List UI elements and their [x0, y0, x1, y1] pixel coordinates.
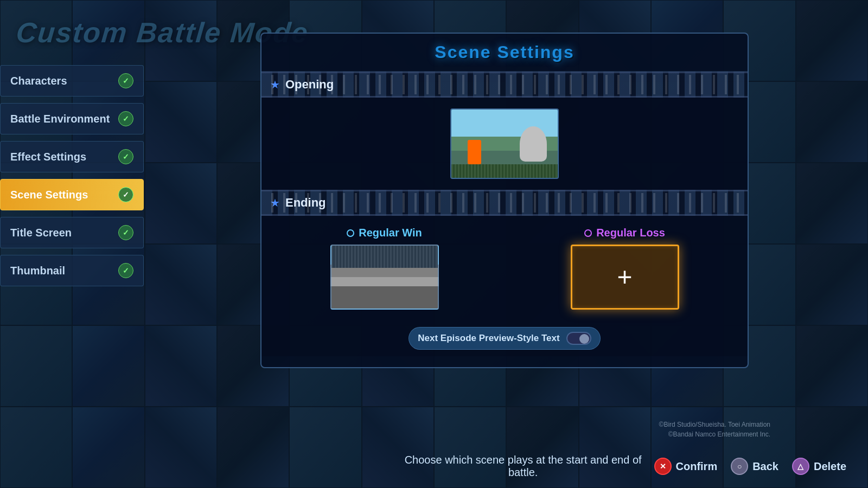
ending-section: ★ Ending Regular Win Regular Loss: [261, 190, 748, 356]
opening-label: Opening: [285, 78, 334, 92]
sidebar-check-effect-settings: ✓: [118, 149, 133, 164]
bottom-controls: ✕ Confirm ○ Back △ Delete: [654, 458, 847, 475]
sidebar-item-characters[interactable]: Characters✓: [0, 65, 144, 97]
sidebar-label-title-screen: Title Screen: [10, 227, 72, 239]
sidebar-check-title-screen: ✓: [118, 225, 133, 240]
toggle-switch[interactable]: [566, 332, 591, 345]
toggle-section: Next Episode Preview-Style Text: [261, 320, 748, 356]
toggle-container: Next Episode Preview-Style Text: [409, 327, 600, 350]
sidebar-item-effect-settings[interactable]: Effect Settings✓: [0, 141, 144, 172]
confirm-label: Confirm: [676, 460, 718, 473]
sidebar-item-battle-environment[interactable]: Battle Environment✓: [0, 103, 144, 134]
sidebar-item-scene-settings[interactable]: Scene Settings✓: [0, 179, 144, 210]
opening-header: ★ Opening: [261, 72, 748, 98]
sidebar-item-thumbnail[interactable]: Thumbnail✓: [0, 255, 144, 286]
sidebar-item-title-screen[interactable]: Title Screen✓: [0, 217, 144, 248]
ending-label: Ending: [285, 196, 326, 210]
regular-win-option: Regular Win: [330, 227, 439, 310]
back-label: Back: [752, 460, 778, 473]
delete-button[interactable]: △ Delete: [792, 458, 846, 475]
regular-loss-option: Regular Loss +: [571, 227, 679, 310]
sidebar-label-thumbnail: Thumbnail: [10, 265, 65, 277]
opening-thumbnail-inner: [451, 110, 558, 178]
regular-loss-label: Regular Loss: [596, 227, 665, 239]
win-crowd: [331, 246, 438, 268]
regular-win-label: Regular Win: [359, 227, 422, 239]
loss-dot: [584, 229, 592, 237]
copyright: ©Bird Studio/Shueisha. Toei Animation ©B…: [659, 420, 770, 439]
sidebar-label-effect-settings: Effect Settings: [10, 151, 86, 163]
opening-section: ★ Opening: [261, 72, 748, 190]
regular-win-header: Regular Win: [347, 227, 422, 239]
sidebar: Characters✓Battle Environment✓Effect Set…: [0, 65, 144, 286]
back-button[interactable]: ○ Back: [731, 458, 778, 475]
hint-text: Choose which scene plays at the start an…: [392, 454, 654, 479]
opening-thumbnail[interactable]: [450, 108, 559, 179]
win-dot: [347, 229, 354, 237]
bottom-bar: Choose which scene plays at the start an…: [0, 445, 868, 488]
ending-header: ★ Ending: [261, 190, 748, 216]
main-panel: Scene Settings ★ Opening ★ Ending: [260, 33, 749, 368]
back-icon: ○: [731, 458, 748, 475]
confirm-button[interactable]: ✕ Confirm: [654, 458, 718, 475]
character-silhouette-2: [520, 126, 547, 162]
sidebar-label-battle-environment: Battle Environment: [10, 113, 110, 125]
sidebar-check-thumbnail: ✓: [118, 263, 133, 278]
toggle-label: Next Episode Preview-Style Text: [418, 333, 559, 344]
opening-content: [261, 98, 748, 190]
delete-label: Delete: [814, 460, 846, 473]
add-loss-button[interactable]: +: [571, 245, 679, 310]
sidebar-label-scene-settings: Scene Settings: [10, 189, 88, 201]
crowd-bar: [451, 164, 558, 178]
delete-icon: △: [792, 458, 809, 475]
ending-star: ★: [270, 196, 280, 209]
regular-loss-header: Regular Loss: [584, 227, 665, 239]
win-thumbnail[interactable]: [330, 245, 439, 310]
ending-content: Regular Win Regular Loss +: [261, 216, 748, 320]
panel-title: Scene Settings: [261, 34, 748, 72]
sidebar-check-battle-environment: ✓: [118, 111, 133, 126]
add-plus-icon: +: [617, 264, 632, 290]
opening-star: ★: [270, 78, 280, 91]
toggle-knob: [579, 334, 589, 344]
character-silhouette-1: [468, 140, 481, 164]
sidebar-check-scene-settings: ✓: [118, 187, 133, 202]
sidebar-label-characters: Characters: [10, 75, 67, 87]
confirm-icon: ✕: [654, 458, 672, 475]
sidebar-check-characters: ✓: [118, 73, 133, 88]
